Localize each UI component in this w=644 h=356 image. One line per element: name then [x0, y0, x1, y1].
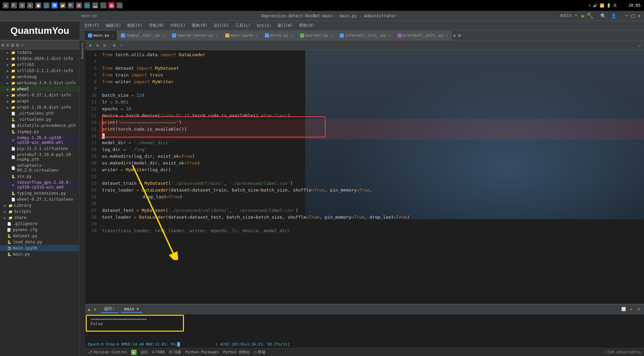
menu-file[interactable]: 文件(F)	[81, 22, 102, 29]
tab-main-py[interactable]: main.py ✕	[85, 31, 117, 40]
tab-close-builder[interactable]: ✕	[330, 34, 332, 37]
search-icon[interactable]: 🔍	[11, 2, 17, 8]
sidebar-item-gitignore[interactable]: ▶ 📄 .gitignore	[0, 221, 79, 227]
toolbar-diff-btn[interactable]: ⊟	[102, 42, 107, 48]
taskbar-icon-4[interactable]: 💎	[51, 2, 58, 8]
code-view[interactable]: 4 5 6 7 8 9 10 11 12 13 14 15 16 17	[85, 50, 644, 304]
sidebar-close-icon[interactable]: ─	[21, 42, 24, 48]
sidebar-item-six[interactable]: ▶ 🐍 six.py	[0, 173, 79, 179]
tab-internal-init[interactable]: internal\_init_.py ✕	[336, 31, 394, 40]
run-button[interactable]: ▶	[581, 13, 585, 19]
run-stop-icon[interactable]: ⬜	[621, 307, 626, 312]
code-lines[interactable]: from torch.utils.data import DataLoader …	[99, 50, 644, 304]
bottom-run-label[interactable]: 运行	[141, 350, 148, 355]
bottom-run-btn[interactable]	[131, 350, 137, 355]
toolbar-align-btn[interactable]: ≡	[95, 42, 100, 48]
tab-close-ipynb[interactable]: ✕	[255, 34, 257, 37]
sidebar-item-wheel-dist[interactable]: ▶ 📁 wheel-0.37.1.dist-info	[0, 92, 79, 98]
sidebar-item-tensorflow-whl[interactable]: ▶ ⚙ tensorflow_gpu-2.10.0-cp310-cp31O-wi…	[0, 179, 79, 190]
sidebar-expand-icon[interactable]: ≣	[11, 42, 14, 48]
search-toolbar-icon[interactable]: 🔍	[600, 13, 606, 19]
sidebar-item-dataset[interactable]: ▶ 🐍 dataset.py	[0, 233, 79, 239]
bottom-python-packages[interactable]: Python Packages	[185, 350, 219, 354]
sidebar-collapse-icon[interactable]: ≡	[6, 42, 9, 48]
sidebar-item-wrapt-dist[interactable]: ▶ 📁 wrapt-1.16.0.dist-info	[0, 104, 79, 110]
menu-window[interactable]: 窗口(W)	[275, 22, 296, 29]
tab-close-numpy[interactable]: ✕	[163, 34, 165, 37]
tab-overflow[interactable]: ▸ ≡	[453, 32, 461, 39]
user-icon[interactable]: 👤	[611, 13, 617, 19]
sidebar-item-tzdata-dist[interactable]: ▶ 📁 tzdata-2024.1.dist-info	[0, 55, 79, 62]
sidebar-item-numpy-whl[interactable]: ▶ ⚙ numpy-1.26.4-cp310-cp310-win_amd64.w…	[0, 135, 79, 146]
taskbar-icon-2[interactable]: 📋	[35, 2, 41, 8]
sidebar-item-setuptools[interactable]: ▶ 📄 setuptools-60.2.0.virtualenv	[0, 162, 79, 173]
sidebar-item-tzdata[interactable]: ▶ 📁 tzdata	[0, 49, 79, 55]
tab-mtcnn[interactable]: mtcnn.py ✕	[262, 31, 296, 40]
sidebar-item-werkzeug-dist[interactable]: ▶ 📁 werkzeug-3.0.3.dist-info	[0, 80, 79, 86]
sidebar-item-werkzeug[interactable]: ▶ 📁 werkzeug	[0, 74, 79, 80]
sidebar-item-typing[interactable]: ▶ 🐍 typing_extensions.py	[0, 190, 79, 196]
sidebar-item-virtualenv-pth[interactable]: ▶ 📄 _virtualenv.pth	[0, 110, 79, 116]
sidebar-item-scripts[interactable]: ▶ 📁 Scripts	[0, 208, 79, 215]
sidebar-item-pyvenv[interactable]: ▶ 📝 pyvenv.cfg	[0, 227, 79, 233]
menu-view[interactable]: 视图(V)	[124, 22, 145, 29]
bottom-problems[interactable]: ⓪ 问题	[169, 350, 181, 355]
menu-edit[interactable]: 编辑(E)	[103, 22, 124, 29]
toolbar-settings-btn[interactable]: ⚙	[112, 42, 117, 48]
sidebar-item-load-data[interactable]: ▶ 🐍 load_data.py	[0, 239, 79, 245]
tab-sparse-tensor[interactable]: sparse_tensor.py ✕	[169, 31, 222, 40]
taskbar-icon-10[interactable]: 🎵	[100, 2, 106, 8]
sidebar-settings-icon[interactable]: ⚙	[16, 42, 19, 48]
sidebar-item-urllib3-dist[interactable]: ▶ 📁 urllib3-2.2.1.dist-info	[0, 68, 79, 74]
maximize-button[interactable]: □	[631, 13, 635, 19]
taskview-icon[interactable]: ☰	[19, 2, 25, 8]
tab-main-ipynb[interactable]: main.ipynb ✕	[222, 31, 261, 40]
bottom-python-console[interactable]: Python 控制台	[223, 350, 250, 355]
taskbar-icon-3[interactable]: 🌐	[43, 2, 49, 8]
tab-close-mtcnn[interactable]: ✕	[291, 34, 293, 37]
build-button[interactable]: 🔨	[587, 13, 594, 19]
taskbar-icon-5[interactable]: 📁	[60, 2, 66, 8]
menu-tools[interactable]: 工具(L)	[232, 22, 253, 29]
menu-run[interactable]: 运行(U)	[211, 22, 232, 29]
run-panel-tab-main[interactable]: main ×	[121, 306, 142, 313]
bottom-version-control[interactable]: ⎇ Version Control	[88, 350, 127, 354]
menu-vcs[interactable]: VCS(S)	[254, 22, 274, 29]
tab-protobuf-init[interactable]: protobuf\_init_.py ✕	[394, 31, 452, 40]
taskbar-icon-12[interactable]: 🎮	[117, 2, 123, 8]
sidebar-item-pip[interactable]: ▶ 📄 pip-21.3.1.virtualenv	[0, 146, 79, 152]
sidebar-item-urllib3[interactable]: ▶ 📁 urllib3	[0, 62, 79, 68]
tab-builder[interactable]: builder.py ✕	[297, 31, 336, 40]
menu-nav[interactable]: 导航(N)	[146, 22, 167, 29]
sidebar-item-isympy[interactable]: ▶ 🐍 isympy.py	[0, 129, 79, 135]
taskbar-icon-6[interactable]: 🔍	[68, 2, 74, 8]
tab-close-main-py[interactable]: ✕	[111, 34, 113, 37]
start-icon[interactable]: ⊞	[3, 2, 9, 8]
sidebar-item-wrapt[interactable]: ▶ 📁 wrapt	[0, 98, 79, 104]
window-controls[interactable]: main ▾ ▶ 🔨	[560, 13, 594, 19]
sidebar-item-main-py[interactable]: ▶ 🐍 main.py	[0, 251, 79, 257]
menu-refactor[interactable]: 重构(R)	[189, 22, 210, 29]
bottom-todo[interactable]: ≡ TODO	[152, 350, 165, 354]
sidebar-item-wheel-virtualenv[interactable]: ▶ 📄 wheel-0.37.1.virtualenv	[0, 196, 79, 202]
taskbar-icon-7[interactable]: 🎯	[76, 2, 82, 8]
tab-close-protobuf[interactable]: ✕	[446, 34, 448, 37]
sidebar-item-share[interactable]: ▶ 📁 share	[0, 215, 79, 221]
tab-close-sparse[interactable]: ✕	[216, 34, 218, 37]
sidebar-item-main-ipynb[interactable]: ▶ 📓 main.ipynb	[0, 245, 79, 251]
sidebar-item-protobuf[interactable]: ▶ 📄 protobuf-3.19.6-py3.10-nspkg.pth	[0, 152, 79, 162]
run-settings-icon[interactable]: ⚙	[636, 307, 641, 312]
menu-code[interactable]: 代码(C)	[168, 22, 189, 29]
sidebar-item-wheel[interactable]: ▶ 📁 wheel	[0, 86, 79, 92]
sidebar-item-library[interactable]: ▶ 📁 Library	[0, 202, 79, 208]
tab-numpy-init[interactable]: numpy\_init_.py ✕	[118, 31, 168, 40]
taskbar-icon-11[interactable]: 🏠	[108, 2, 115, 8]
minimize-button[interactable]: ─	[625, 13, 629, 19]
tab-close-internal[interactable]: ✕	[388, 34, 390, 37]
menu-help[interactable]: 帮助(H)	[296, 22, 317, 29]
sidebar-locate-icon[interactable]: ⊕	[1, 42, 4, 48]
run-restart-icon[interactable]: ↺	[628, 307, 634, 312]
sidebar-item-virtualenv-py[interactable]: ▶ 🐍 _virtualenv.py	[0, 116, 79, 123]
toolbar-sync-btn[interactable]: ⊕	[88, 42, 93, 48]
taskbar-icon-8[interactable]: 🌐	[84, 2, 90, 8]
